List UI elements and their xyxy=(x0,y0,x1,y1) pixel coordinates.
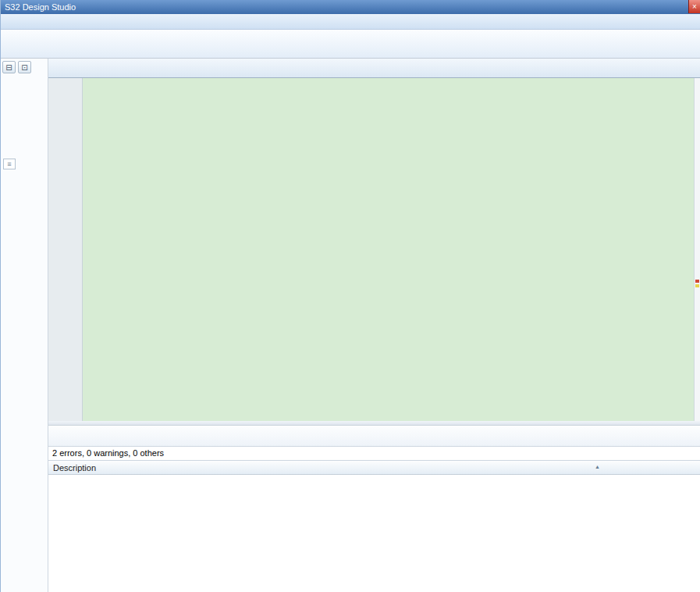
window-title: S32 Design Studio xyxy=(5,2,76,12)
code-content[interactable] xyxy=(83,78,694,421)
description-column-header[interactable]: Description ▲ xyxy=(48,461,700,475)
title-bar[interactable]: S32 Design Studio × xyxy=(1,0,700,14)
view-controls: ⊟ ⊡ xyxy=(1,59,48,76)
view-tab-bar xyxy=(48,426,700,447)
line-number-gutter xyxy=(48,78,83,421)
problems-list xyxy=(48,475,700,592)
current-line-marker[interactable] xyxy=(695,284,699,287)
main-toolbar xyxy=(1,30,700,59)
overview-ruler[interactable] xyxy=(694,78,700,421)
problems-summary: 2 errors, 0 warnings, 0 others xyxy=(48,447,700,460)
problems-table: Description ▲ xyxy=(48,460,700,592)
close-button[interactable]: × xyxy=(688,0,700,13)
code-editor[interactable] xyxy=(48,78,700,421)
menu-bar xyxy=(1,14,700,30)
bottom-panel: 2 errors, 0 warnings, 0 others Descripti… xyxy=(48,426,700,592)
restore-view-button[interactable]: ⊟ xyxy=(2,61,16,73)
app-window: S32 Design Studio × ⊟ ⊡ ≡ xyxy=(0,0,700,592)
error-marker[interactable] xyxy=(695,280,699,283)
sort-ascending-icon: ▲ xyxy=(595,464,600,469)
editor-stack xyxy=(48,59,700,421)
editor-tab-bar xyxy=(48,59,700,78)
workbench: ⊟ ⊡ ≡ 2 errors, 0 warnin xyxy=(1,59,700,592)
fast-view-bar: ⊟ ⊡ ≡ xyxy=(1,59,48,592)
minimized-view-icon[interactable]: ≡ xyxy=(3,159,16,169)
description-label: Description xyxy=(53,463,96,473)
maximize-view-button[interactable]: ⊡ xyxy=(18,61,31,73)
editor-area: 2 errors, 0 warnings, 0 others Descripti… xyxy=(48,59,700,592)
